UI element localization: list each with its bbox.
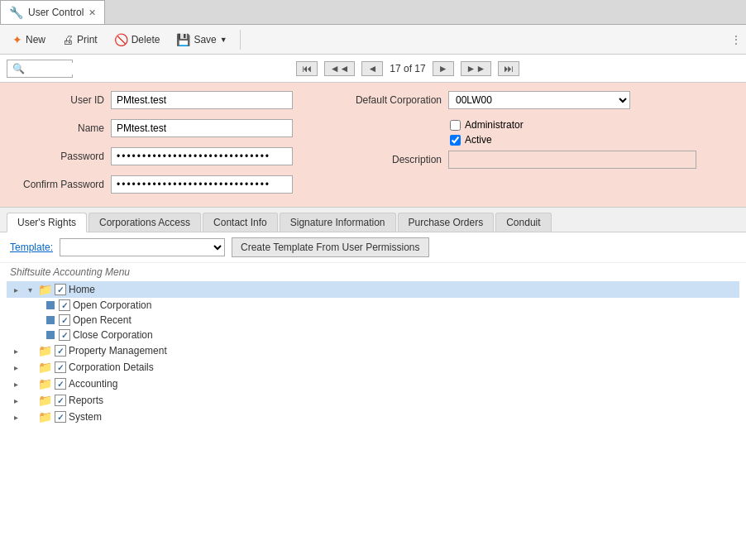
save-button[interactable]: 💾 Save ▼	[169, 30, 234, 50]
property-folder-icon: 📁	[38, 344, 52, 357]
nav-prev-button[interactable]: ◄	[361, 61, 383, 76]
tree-item-corp-details[interactable]: ▸ 📁 Corporation Details	[7, 359, 739, 376]
tree-item-home[interactable]: ▸ ▾ 📁 Home	[7, 281, 739, 298]
property-expand-icon[interactable]: ▸	[10, 347, 22, 356]
tab-signature-information[interactable]: Signature Information	[280, 213, 396, 232]
open-corp-checkbox[interactable]	[59, 299, 70, 311]
reports-folder-icon: 📁	[38, 394, 52, 407]
name-input[interactable]	[111, 119, 293, 137]
new-button[interactable]: ✦ New	[5, 30, 53, 50]
delete-button[interactable]: 🚫 Delete	[107, 30, 168, 50]
delete-icon: 🚫	[114, 33, 128, 46]
print-button[interactable]: 🖨 Print	[55, 30, 105, 50]
reports-checkbox[interactable]	[55, 395, 66, 406]
name-label: Name	[13, 122, 104, 134]
system-folder-icon: 📁	[38, 410, 52, 424]
search-input[interactable]	[28, 63, 78, 74]
accounting-expand-icon[interactable]: ▸	[10, 380, 22, 389]
tree-item-system[interactable]: ▸ 📁 System	[7, 409, 739, 425]
confirm-password-row: Confirm Password	[13, 175, 293, 194]
password-input[interactable]	[111, 147, 293, 165]
home-expand2-icon[interactable]: ▾	[24, 285, 36, 294]
property-label: Property Management	[69, 345, 167, 357]
administrator-row: Administrator	[450, 119, 696, 131]
nav-next2-button[interactable]: ►►	[461, 61, 492, 76]
template-bar: Template: Create Template From User Perm…	[0, 232, 746, 263]
tab-close-icon[interactable]: ✕	[88, 7, 96, 18]
create-template-button[interactable]: Create Template From User Permissions	[232, 237, 429, 257]
tree-item-reports[interactable]: ▸ 📁 Reports	[7, 392, 739, 409]
open-recent-label: Open Recent	[73, 314, 132, 326]
template-link[interactable]: Template:	[10, 242, 53, 253]
accounting-label: Accounting	[69, 378, 117, 390]
open-recent-bullet	[46, 316, 55, 324]
active-checkbox[interactable]	[450, 135, 461, 146]
tree-item-open-corp[interactable]: Open Corporation	[7, 298, 739, 313]
name-row: Name	[13, 119, 293, 137]
tree-container: Shiftsuite Accounting Menu ▸ ▾ 📁 Home Op…	[0, 263, 746, 560]
user-control-tab[interactable]: 🔧 User Control ✕	[0, 0, 105, 24]
nav-bar: 🔍 ⏮ ◄◄ ◄ 17 of 17 ► ►► ⏭	[0, 55, 746, 83]
default-corp-label: Default Corporation	[326, 94, 442, 106]
template-select[interactable]	[60, 238, 225, 256]
toolbar-more-icon[interactable]: ⋮	[731, 34, 741, 45]
save-dropdown-icon: ▼	[220, 36, 227, 44]
description-input[interactable]	[448, 151, 696, 169]
confirm-password-input[interactable]	[111, 175, 293, 194]
tree-item-accounting[interactable]: ▸ 📁 Accounting	[7, 376, 739, 392]
nav-last-button[interactable]: ⏭	[498, 61, 519, 76]
corp-details-folder-icon: 📁	[38, 361, 52, 374]
home-folder-icon: 📁	[38, 283, 52, 296]
nav-controls: ⏮ ◄◄ ◄ 17 of 17 ► ►► ⏭	[76, 61, 739, 76]
tabs-bar: User's Rights Corporations Access Contac…	[0, 208, 746, 232]
tab-purchase-orders[interactable]: Purchase Orders	[398, 213, 495, 232]
tree-header: Shiftsuite Accounting Menu	[7, 266, 739, 278]
user-id-row: User ID	[13, 91, 293, 109]
new-icon: ✦	[12, 33, 22, 46]
tree-item-close-corp[interactable]: Close Corporation	[7, 328, 739, 342]
tab-corporations-access[interactable]: Corporations Access	[88, 213, 201, 232]
content-area: Template: Create Template From User Perm…	[0, 232, 746, 560]
home-checkbox[interactable]	[55, 284, 66, 295]
property-checkbox[interactable]	[55, 345, 66, 357]
password-label: Password	[13, 151, 104, 162]
administrator-checkbox[interactable]	[450, 120, 461, 131]
print-icon: 🖨	[62, 33, 74, 46]
nav-next-button[interactable]: ►	[433, 61, 454, 76]
accounting-checkbox[interactable]	[55, 378, 66, 390]
close-corp-bullet	[46, 331, 55, 339]
title-bar: 🔧 User Control ✕	[0, 0, 746, 25]
home-expand-icon[interactable]: ▸	[10, 285, 22, 294]
system-expand-icon[interactable]: ▸	[10, 413, 22, 422]
close-corp-label: Close Corporation	[73, 329, 153, 341]
tree-item-property-mgmt[interactable]: ▸ 📁 Property Management	[7, 342, 739, 359]
system-checkbox[interactable]	[55, 411, 66, 423]
description-row: Description	[326, 151, 696, 169]
reports-expand-icon[interactable]: ▸	[10, 396, 22, 405]
default-corp-select[interactable]: 00LW00	[448, 91, 630, 109]
open-corp-bullet	[46, 301, 55, 309]
corp-details-checkbox[interactable]	[55, 361, 66, 373]
tab-contact-info[interactable]: Contact Info	[203, 213, 278, 232]
tab-conduit[interactable]: Conduit	[495, 213, 551, 232]
description-label: Description	[326, 154, 442, 165]
active-row: Active	[450, 134, 696, 146]
user-id-input[interactable]	[111, 91, 293, 109]
nav-first-button[interactable]: ⏮	[296, 61, 318, 76]
user-id-label: User ID	[13, 94, 104, 106]
open-recent-checkbox[interactable]	[59, 314, 70, 326]
nav-prev2-button[interactable]: ◄◄	[324, 61, 356, 76]
nav-position: 17 of 17	[390, 63, 425, 74]
tab-users-rights[interactable]: User's Rights	[7, 213, 87, 232]
corp-details-expand-icon[interactable]: ▸	[10, 363, 22, 372]
active-label: Active	[465, 134, 492, 146]
search-icon: 🔍	[12, 63, 25, 74]
tree-item-open-recent[interactable]: Open Recent	[7, 313, 739, 328]
home-label: Home	[69, 284, 95, 295]
confirm-password-label: Confirm Password	[13, 179, 104, 190]
close-corp-checkbox[interactable]	[59, 329, 70, 341]
save-icon: 💾	[176, 33, 190, 46]
tab-label: User Control	[28, 7, 84, 18]
corp-details-label: Corporation Details	[69, 361, 154, 373]
open-corp-label: Open Corporation	[73, 299, 151, 311]
